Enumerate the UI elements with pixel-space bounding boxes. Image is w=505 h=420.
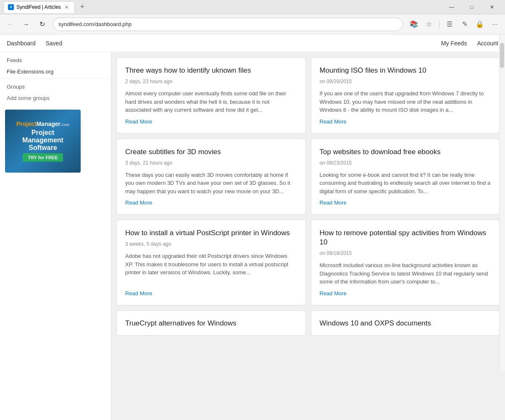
article-date-1: on 09/29/2015 [320,79,492,84]
dashboard-link[interactable]: Dashboard [7,38,36,48]
browser-frame: S SyndiFeed | Articles ✕ + — □ ✕ ← → ↻ s… [0,0,505,420]
article-title-0: Three ways how to identify uknown files [125,66,297,75]
sidebar: Feeds File-Extensions.org Groups Add som… [0,52,111,420]
article-title-6: TrueCrypt alternatives for Windows [125,319,297,328]
read-more-0[interactable]: Read More [125,118,297,125]
article-excerpt-4: Adobe has not upgraded their old Postscr… [125,252,297,286]
article-title-4: How to install a virtual PostScript prin… [125,228,297,238]
title-bar: S SyndiFeed | Articles ✕ + — □ ✕ [0,0,505,14]
maximize-button[interactable]: □ [462,0,481,14]
read-more-3[interactable]: Read More [320,200,492,206]
article-card-0[interactable]: Three ways how to identify uknown files … [116,57,306,134]
article-card-2[interactable]: Create subtitles for 3D movies 3 days, 2… [116,139,306,215]
saved-link[interactable]: Saved [46,38,63,48]
ad-title: ProjectManagementSoftware [22,129,63,152]
read-more-2[interactable]: Read More [125,200,297,206]
article-title-5: How to remove potential spy activities f… [320,228,492,247]
reader-view-icon[interactable]: 📚 [407,18,421,31]
refresh-button[interactable]: ↻ [35,18,49,31]
add-groups-link[interactable]: Add some groups [0,92,111,105]
new-tab-button[interactable]: + [76,1,88,13]
read-more-4[interactable]: Read More [125,290,297,297]
toolbar-icons: 📚 ☆ ☰ ✎ 🔒 ··· [407,18,502,31]
read-more-5[interactable]: Read More [320,290,492,297]
article-date-2: 3 days, 21 hours ago [125,160,297,166]
article-excerpt-5: Microsoft included various on-line backg… [320,261,492,286]
forward-button[interactable]: → [19,18,33,31]
nav-menu: Dashboard Saved My Feeds Account [0,34,505,52]
tab-favicon: S [8,4,14,10]
article-card-3[interactable]: Top websites to download free ebooks on … [311,139,500,215]
article-title-7: Windows 10 and OXPS documents [320,319,492,328]
article-date-5: on 09/18/2015 [320,250,492,256]
article-title-2: Create subtitles for 3D movies [125,147,297,157]
account-link[interactable]: Account [477,38,498,48]
ad-logo: ProjectManager.com [16,121,69,127]
window-controls: — □ ✕ [442,0,502,14]
article-date-3: on 09/23/2015 [320,160,492,166]
article-card-1[interactable]: Mounting ISO files in Windows 10 on 09/2… [311,57,500,134]
tab-close-button[interactable]: ✕ [63,4,70,10]
article-card-6[interactable]: TrueCrypt alternatives for Windows [116,310,306,336]
minimize-button[interactable]: — [442,0,461,14]
ad-cta-button[interactable]: TRY for FREE [23,153,63,162]
favorites-icon[interactable]: ☆ [422,18,436,31]
ad-banner[interactable]: ProjectManager.com ProjectManagementSoft… [5,110,81,173]
feeds-section-header: Feeds [0,52,111,65]
close-button[interactable]: ✕ [482,0,502,14]
content-area: Three ways how to identify uknown files … [111,52,505,420]
articles-row-3: How to install a virtual PostScript prin… [116,220,500,305]
note-icon[interactable]: ✎ [458,18,471,31]
article-title-1: Mounting ISO files in Windows 10 [320,66,492,75]
article-excerpt-0: Almost every computer user eventually fi… [125,89,297,114]
more-icon[interactable]: ··· [488,18,502,31]
article-excerpt-1: If you are one of the users that upgrade… [320,89,492,114]
browser-toolbar: ← → ↻ syndifeed.com/dashboard.php 📚 ☆ ☰ … [0,14,505,34]
url-text: syndifeed.com/dashboard.php [58,21,132,27]
article-card-5[interactable]: How to remove potential spy activities f… [311,220,500,305]
article-card-4[interactable]: How to install a virtual PostScript prin… [116,220,306,305]
article-date-4: 3 weeks, 5 days ago [125,241,297,247]
articles-row-2: Create subtitles for 3D movies 3 days, 2… [116,139,500,215]
read-more-1[interactable]: Read More [320,118,492,125]
back-button[interactable]: ← [3,18,17,31]
toolbar-divider [439,20,439,29]
article-excerpt-2: These days you can easily watch 3D movie… [125,171,297,196]
browser-tab[interactable]: S SyndiFeed | Articles ✕ [3,1,75,13]
my-feeds-link[interactable]: My Feeds [441,38,467,48]
hub-icon[interactable]: ☰ [443,18,456,31]
tab-title: SyndiFeed | Articles [16,4,61,10]
address-bar[interactable]: syndifeed.com/dashboard.php [53,18,403,31]
article-title-3: Top websites to download free ebooks [320,147,492,157]
sidebar-item-file-extensions[interactable]: File-Extensions.org [0,65,111,79]
groups-section-header: Groups [0,79,111,92]
nav-right: My Feeds Account [441,38,498,48]
main-layout: Feeds File-Extensions.org Groups Add som… [0,52,505,420]
article-date-0: 2 days, 23 hours ago [125,79,297,84]
nav-left: Dashboard Saved [7,38,62,48]
articles-row-4: TrueCrypt alternatives for Windows Windo… [116,310,500,336]
article-excerpt-3: Looking for some e-book and cannot find … [320,171,492,196]
articles-row-1: Three ways how to identify uknown files … [116,57,500,134]
settings-icon[interactable]: 🔒 [473,18,487,31]
article-card-7[interactable]: Windows 10 and OXPS documents [311,310,500,336]
